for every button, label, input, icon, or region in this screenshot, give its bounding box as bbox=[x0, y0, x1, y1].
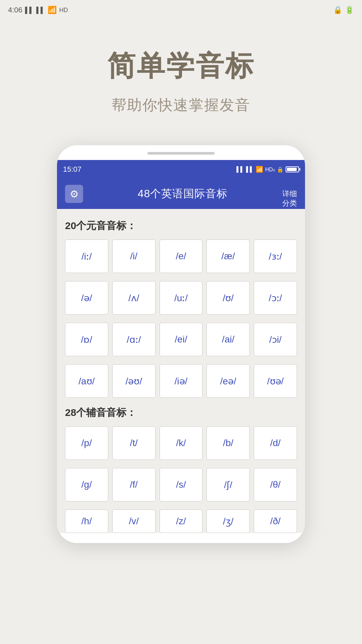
consonant-grid-row2: /g/ /f/ /s/ /ʃ/ /θ/ bbox=[65, 468, 297, 501]
app-content: 20个元音音标： /iː/ /i/ /e/ /æ/ /ɜː/ /ə/ /ʌ/ /… bbox=[57, 209, 305, 533]
detail-classify-label: 详细 分类 bbox=[282, 190, 297, 208]
outer-status-bar: 4:06 ▌▌ ▌▌ 📶 HD 🔒 🔋 bbox=[0, 0, 362, 20]
phoneme-ai[interactable]: /ai/ bbox=[206, 323, 250, 356]
phoneme-wedge[interactable]: /ʌ/ bbox=[112, 281, 156, 315]
phoneme-s[interactable]: /s/ bbox=[160, 468, 203, 501]
consonant-grid-row3: /h/ /v/ /z/ /ʒ/ /ð/ bbox=[65, 509, 297, 533]
phoneme-p[interactable]: /p/ bbox=[65, 426, 108, 460]
phoneme-sh[interactable]: /ʃ/ bbox=[206, 468, 250, 501]
phoneme-uu[interactable]: /uː/ bbox=[160, 281, 203, 315]
phoneme-schwa-u[interactable]: /əʊ/ bbox=[112, 364, 156, 398]
vowel-grid-row4: /aʊ/ /əʊ/ /iə/ /eə/ /ʊə/ bbox=[65, 364, 297, 398]
phoneme-e[interactable]: /e/ bbox=[160, 239, 203, 273]
consonant-grid-row1: /p/ /t/ /k/ /b/ /d/ bbox=[65, 426, 297, 460]
phone-signal1: ▌▌ bbox=[237, 166, 244, 172]
phoneme-theta[interactable]: /θ/ bbox=[254, 468, 297, 501]
phoneme-o[interactable]: /ɒ/ bbox=[65, 323, 108, 356]
phoneme-t[interactable]: /t/ bbox=[112, 426, 156, 460]
phone-status-bar: 15:07 ▌▌ ▌▌ 📶 HD₀ 🔒 bbox=[57, 160, 305, 179]
wifi-icon: 📶 bbox=[48, 6, 57, 14]
signal-icon2: ▌▌ bbox=[36, 7, 45, 14]
app-header: ⚙ 48个英语国际音标 详细 分类 bbox=[57, 179, 305, 209]
phoneme-ie[interactable]: /iə/ bbox=[160, 364, 203, 398]
phone-status-icons: ▌▌ ▌▌ 📶 HD₀ 🔒 bbox=[237, 166, 299, 173]
signal-icon: ▌▌ bbox=[25, 7, 34, 14]
phoneme-ea[interactable]: /eə/ bbox=[206, 364, 250, 398]
phoneme-f[interactable]: /f/ bbox=[112, 468, 156, 501]
app-title: 简单学音标 bbox=[107, 47, 255, 85]
detail-classify-button[interactable]: 详细 分类 bbox=[282, 179, 297, 208]
phoneme-b[interactable]: /b/ bbox=[206, 426, 250, 460]
phoneme-i[interactable]: /i/ bbox=[112, 239, 156, 273]
vowels-section-title: 20个元音音标： bbox=[65, 219, 297, 233]
phoneme-ii[interactable]: /iː/ bbox=[65, 239, 108, 273]
phoneme-d[interactable]: /d/ bbox=[254, 426, 297, 460]
phone-hd: HD₀ bbox=[265, 166, 275, 173]
status-time: 4:06 bbox=[8, 6, 22, 14]
phone-wifi: 📶 bbox=[256, 166, 263, 173]
app-subtitle: 帮助你快速掌握发音 bbox=[112, 95, 250, 115]
phoneme-ae[interactable]: /æ/ bbox=[206, 239, 250, 273]
phoneme-er[interactable]: /ɜː/ bbox=[254, 239, 297, 273]
phoneme-z[interactable]: /z/ bbox=[160, 509, 203, 533]
phoneme-v[interactable]: /v/ bbox=[112, 509, 156, 533]
phone-signal2: ▌▌ bbox=[246, 166, 254, 172]
phoneme-dh[interactable]: /ð/ bbox=[254, 509, 297, 533]
vowel-grid-row2: /ə/ /ʌ/ /uː/ /ʊ/ /ɔː/ bbox=[65, 281, 297, 315]
status-right: 🔒 🔋 bbox=[333, 6, 354, 14]
phone-time: 15:07 bbox=[63, 165, 81, 174]
phoneme-upsilon[interactable]: /ʊ/ bbox=[206, 281, 250, 315]
phoneme-ue[interactable]: /ʊə/ bbox=[254, 364, 297, 398]
phoneme-schwa[interactable]: /ə/ bbox=[65, 281, 108, 315]
phone-mockup: 15:07 ▌▌ ▌▌ 📶 HD₀ 🔒 ⚙ 48个英语国际音标 详细 分类 20… bbox=[57, 145, 305, 543]
phoneme-zh[interactable]: /ʒ/ bbox=[206, 509, 250, 533]
phoneme-ar[interactable]: /ɑː/ bbox=[112, 323, 156, 356]
phoneme-au[interactable]: /aʊ/ bbox=[65, 364, 108, 398]
vowel-grid-row1: /iː/ /i/ /e/ /æ/ /ɜː/ bbox=[65, 239, 297, 273]
phoneme-oi[interactable]: /ɔi/ bbox=[254, 323, 297, 356]
phoneme-or[interactable]: /ɔː/ bbox=[254, 281, 297, 315]
settings-icon[interactable]: ⚙ bbox=[65, 185, 83, 203]
phoneme-ei[interactable]: /ei/ bbox=[160, 323, 203, 356]
status-left: 4:06 ▌▌ ▌▌ 📶 HD bbox=[8, 6, 68, 14]
gear-icon: ⚙ bbox=[70, 188, 79, 200]
phoneme-h[interactable]: /h/ bbox=[65, 509, 108, 533]
hd-label: HD bbox=[59, 7, 68, 14]
phoneme-k[interactable]: /k/ bbox=[160, 426, 203, 460]
phoneme-g[interactable]: /g/ bbox=[65, 468, 108, 501]
battery-icon: 🔋 bbox=[345, 6, 354, 14]
phone-lock: 🔒 bbox=[277, 166, 284, 173]
hero-section: 简单学音标 帮助你快速掌握发音 bbox=[0, 20, 362, 135]
lock-icon: 🔒 bbox=[333, 6, 342, 14]
consonants-section-title: 28个辅音音标： bbox=[65, 406, 297, 420]
phone-top-bar bbox=[147, 152, 215, 155]
vowel-grid-row3: /ɒ/ /ɑː/ /ei/ /ai/ /ɔi/ bbox=[65, 323, 297, 356]
app-header-title: 48个英语国际音标 bbox=[138, 186, 228, 201]
phone-battery-icon bbox=[286, 166, 299, 172]
